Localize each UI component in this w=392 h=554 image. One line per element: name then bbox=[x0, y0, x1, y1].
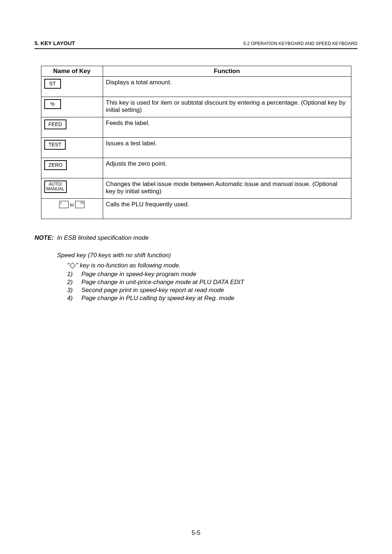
note-item-number: 2) bbox=[67, 279, 73, 286]
section-subtitle: 5.2 OPERATION KEYBOARD AND SPEED KEYBOAR… bbox=[244, 41, 358, 46]
function-text: Issues a test label. bbox=[103, 138, 351, 158]
keycap-range-start: 1 bbox=[59, 201, 69, 208]
keycap-feed: FEED bbox=[44, 120, 66, 129]
note-item: 1)Page change in speed-key program mode bbox=[67, 271, 358, 278]
function-text: Adjusts the zero point. bbox=[103, 158, 351, 178]
keycap-zero: ZERO bbox=[44, 160, 67, 170]
note-item: 2)Page change in unit-price-change mode … bbox=[67, 279, 358, 286]
function-text: Changes the label issue mode between Aut… bbox=[103, 178, 351, 199]
note-item-number: 4) bbox=[67, 295, 73, 302]
table-row: % This key is used for item or subtotal … bbox=[41, 97, 351, 117]
note-item-number: 3) bbox=[67, 287, 73, 294]
note-item-text: Page change in unit-price-change mode at… bbox=[81, 279, 244, 286]
table-row: FEED Feeds the label. bbox=[41, 117, 351, 138]
note-items: 1)Page change in speed-key program mode … bbox=[67, 271, 358, 302]
col-header-name: Name of Key bbox=[41, 66, 103, 77]
keycap-st: ST bbox=[44, 79, 61, 89]
key-function-table: Name of Key Function ST Displays a total… bbox=[41, 66, 351, 219]
note-item-text: Page change in PLU calling by speed-key … bbox=[81, 295, 234, 302]
table-row: TEST Issues a test label. bbox=[41, 138, 351, 158]
table-row: AUTO/ MANUAL Changes the label issue mod… bbox=[41, 178, 351, 199]
note-intro: In ESB limited specification mode bbox=[57, 234, 148, 241]
function-text: This key is used for item or subtotal di… bbox=[103, 97, 351, 117]
keycap-auto-manual: AUTO/ MANUAL bbox=[44, 181, 67, 193]
range-to-label: to bbox=[70, 202, 74, 207]
function-text: Displays a total amount. bbox=[103, 77, 351, 97]
page-number: 5-5 bbox=[0, 529, 392, 537]
note-item-text: Page change in speed-key program mode bbox=[81, 271, 196, 278]
keycap-test: TEST bbox=[44, 140, 66, 150]
note-diamond-line: "" key is no-function as following mode. bbox=[67, 262, 358, 269]
table-row: 1 to 70 Calls the PLU frequently used. bbox=[41, 199, 351, 219]
col-header-function: Function bbox=[103, 66, 351, 77]
note-block: NOTE: In ESB limited specification mode … bbox=[34, 234, 358, 302]
note-item: 3)Second page print in speed-key report … bbox=[67, 287, 358, 294]
table-row: ZERO Adjusts the zero point. bbox=[41, 158, 351, 178]
page-content: 5. KEY LAYOUT 5.2 OPERATION KEYBOARD AND… bbox=[0, 0, 392, 302]
note-item: 4)Page change in PLU calling by speed-ke… bbox=[67, 295, 358, 302]
keycap-range-end: 70 bbox=[75, 201, 85, 208]
function-text: Feeds the label. bbox=[103, 117, 351, 138]
keycap-range: 1 to 70 bbox=[44, 201, 100, 208]
note-item-text: Second page print in speed-key report at… bbox=[81, 287, 224, 294]
note-item-number: 1) bbox=[67, 271, 73, 278]
diamond-suffix-text: " key is no-function as following mode. bbox=[76, 262, 181, 269]
function-text: Calls the PLU frequently used. bbox=[103, 199, 351, 219]
table-row: ST Displays a total amount. bbox=[41, 77, 351, 97]
section-title: 5. KEY LAYOUT bbox=[34, 40, 75, 46]
note-label: NOTE: bbox=[34, 234, 54, 241]
diamond-icon bbox=[70, 263, 76, 269]
note-speed-line: Speed key (70 keys with no shift functio… bbox=[57, 252, 358, 259]
page-header: 5. KEY LAYOUT 5.2 OPERATION KEYBOARD AND… bbox=[34, 40, 358, 49]
keycap-percent: % bbox=[44, 99, 61, 109]
